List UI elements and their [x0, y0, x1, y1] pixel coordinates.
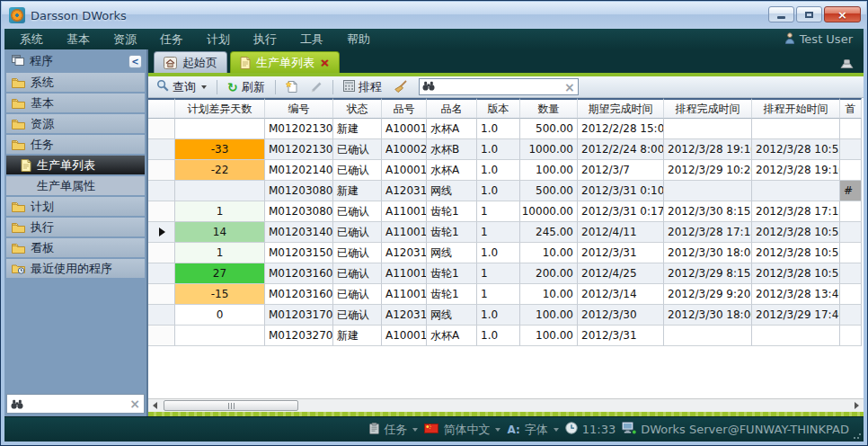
- row-indicator-cell[interactable]: [148, 326, 175, 346]
- cell-extra[interactable]: [840, 160, 862, 181]
- toolbar-search-input[interactable]: [438, 81, 561, 94]
- column-header-sched_start[interactable]: 排程开始时间: [752, 98, 840, 119]
- cell-diff[interactable]: [175, 181, 265, 201]
- cell-ver[interactable]: 1.0: [477, 139, 520, 160]
- title-bar[interactable]: Darsson DWorks ×: [2, 2, 866, 29]
- cell-status[interactable]: 新建: [333, 326, 382, 346]
- cell-sched_start[interactable]: [752, 181, 840, 201]
- sidebar-item-4[interactable]: 任务: [6, 135, 145, 154]
- cell-sched_end[interactable]: 2012/3/28 19:10: [664, 139, 752, 160]
- row-indicator-cell[interactable]: [148, 305, 175, 326]
- cell-item_name[interactable]: 齿轮1: [427, 284, 477, 305]
- cell-qty[interactable]: 100.00: [520, 160, 578, 181]
- horizontal-scrollbar[interactable]: [148, 398, 864, 412]
- cell-diff[interactable]: 1: [175, 201, 265, 222]
- cell-sched_end[interactable]: 2012/3/28 17:13: [664, 222, 752, 243]
- cell-ver[interactable]: 1: [477, 222, 520, 243]
- toolbar-search-clear-icon[interactable]: ×: [564, 81, 575, 94]
- cell-item_name[interactable]: 网线: [427, 181, 477, 201]
- cell-item_no[interactable]: A11001: [382, 284, 427, 305]
- cell-due[interactable]: 2012/3/31 0:10: [578, 181, 664, 201]
- cell-sched_start[interactable]: 2012/3/28 19:10: [752, 160, 840, 181]
- sidebar-item-9[interactable]: 看板: [6, 238, 145, 257]
- menu-item-2[interactable]: 基本: [55, 29, 102, 50]
- cell-qty[interactable]: 500.00: [520, 181, 578, 201]
- table-row[interactable]: 14M012031402已确认A11001齿轮11245.002012/4/11…: [148, 222, 864, 243]
- column-header-sched_end[interactable]: 排程完成时间: [664, 98, 752, 119]
- cell-due[interactable]: 2012/3/31: [578, 243, 664, 263]
- cell-ver[interactable]: 1.0: [477, 160, 520, 181]
- new-button[interactable]: [281, 79, 303, 94]
- cell-item_name[interactable]: 齿轮1: [427, 263, 477, 284]
- query-button[interactable]: 查询: [152, 78, 211, 96]
- font-menu[interactable]: A: 字体: [507, 422, 558, 438]
- cell-qty[interactable]: 100.00: [520, 326, 578, 346]
- cell-diff[interactable]: [175, 119, 265, 139]
- cell-item_no[interactable]: A11001: [382, 222, 427, 243]
- cell-diff[interactable]: -33: [175, 139, 265, 160]
- task-menu[interactable]: 任务: [369, 422, 418, 438]
- panel-icon[interactable]: [839, 56, 855, 73]
- sidebar-item-2[interactable]: 基本: [6, 94, 145, 112]
- sidebar-item-3[interactable]: 资源: [6, 114, 145, 133]
- cell-item_name[interactable]: 水杯B: [427, 139, 477, 160]
- cell-item_name[interactable]: 齿轮1: [427, 222, 477, 243]
- close-button[interactable]: ×: [824, 6, 861, 22]
- sidebar-search-input[interactable]: [27, 397, 126, 410]
- cell-item_no[interactable]: A10001: [382, 119, 427, 139]
- cell-sched_start[interactable]: 2012/3/28 10:52: [752, 222, 840, 243]
- cell-ver[interactable]: 1.0: [477, 305, 520, 326]
- user-area[interactable]: Test User: [784, 32, 860, 47]
- column-header-qty[interactable]: 数量: [520, 98, 578, 119]
- table-row[interactable]: 1M012031501已确认A12031网线1.010.002012/3/312…: [148, 243, 864, 263]
- cell-due[interactable]: 2012/4/11: [578, 222, 664, 243]
- cell-no[interactable]: M012031501: [265, 243, 333, 263]
- table-row[interactable]: 1M012030802已确认A11001齿轮1110000.002012/3/3…: [148, 201, 864, 222]
- cell-no[interactable]: M012031602: [265, 284, 333, 305]
- edit-button[interactable]: [306, 80, 327, 94]
- sidebar-item-1[interactable]: 系统: [6, 73, 145, 92]
- cell-qty[interactable]: 10000.00: [520, 201, 578, 222]
- cell-qty[interactable]: 10.00: [520, 284, 578, 305]
- cell-sched_start[interactable]: [752, 326, 840, 346]
- cell-sched_start[interactable]: [752, 119, 840, 139]
- cell-ver[interactable]: 1.0: [477, 181, 520, 201]
- cell-sched_end[interactable]: 2012/3/30 8:15: [664, 201, 752, 222]
- cell-item_name[interactable]: 网线: [427, 243, 477, 263]
- cell-item_name[interactable]: 齿轮1: [427, 201, 477, 222]
- column-header-extra[interactable]: 首: [840, 98, 862, 119]
- cell-extra[interactable]: [840, 305, 862, 326]
- table-row[interactable]: M012032701新建A10001水杯A1.0100.002012/3/31: [148, 326, 864, 346]
- cell-sched_end[interactable]: 2012/3/29 10:20: [664, 160, 752, 181]
- cell-item_no[interactable]: A12031: [382, 243, 427, 263]
- sidebar-search-clear-icon[interactable]: ×: [129, 397, 140, 410]
- menu-item-4[interactable]: 任务: [148, 29, 195, 50]
- resize-grip[interactable]: [853, 431, 862, 440]
- cell-sched_end[interactable]: 2012/3/29 8:15: [664, 263, 752, 284]
- menu-item-3[interactable]: 资源: [102, 29, 148, 50]
- cell-extra[interactable]: [840, 243, 862, 263]
- cell-due[interactable]: 2012/3/14: [578, 284, 664, 305]
- cell-no[interactable]: M012021401: [265, 160, 333, 181]
- language-menu[interactable]: 简体中文: [424, 422, 500, 438]
- cell-status[interactable]: 已确认: [333, 201, 382, 222]
- cell-item_no[interactable]: A10001: [382, 326, 427, 346]
- row-indicator-cell[interactable]: [148, 243, 175, 263]
- column-header-status[interactable]: 状态: [333, 98, 382, 119]
- cell-sched_start[interactable]: 2012/3/28 10:52: [752, 243, 840, 263]
- cell-sched_end[interactable]: [664, 181, 752, 201]
- cell-sched_end[interactable]: 2012/3/30 18:00: [664, 305, 752, 326]
- cell-sched_start[interactable]: 2012/3/28 17:13: [752, 201, 840, 222]
- cell-no[interactable]: M012021302: [265, 139, 333, 160]
- row-indicator-cell[interactable]: [148, 263, 175, 284]
- cell-sched_end[interactable]: 2012/3/29 9:20: [664, 284, 752, 305]
- menu-item-8[interactable]: 帮助: [335, 29, 382, 50]
- cell-status[interactable]: 已确认: [333, 284, 382, 305]
- cell-status[interactable]: 已确认: [333, 160, 382, 181]
- cell-ver[interactable]: 1: [477, 201, 520, 222]
- row-indicator-cell[interactable]: [148, 119, 175, 139]
- cell-diff[interactable]: 14: [175, 222, 265, 243]
- cell-due[interactable]: 2012/4/25: [578, 263, 664, 284]
- sidebar-item-8[interactable]: 执行: [6, 218, 145, 236]
- cell-extra[interactable]: [840, 284, 862, 305]
